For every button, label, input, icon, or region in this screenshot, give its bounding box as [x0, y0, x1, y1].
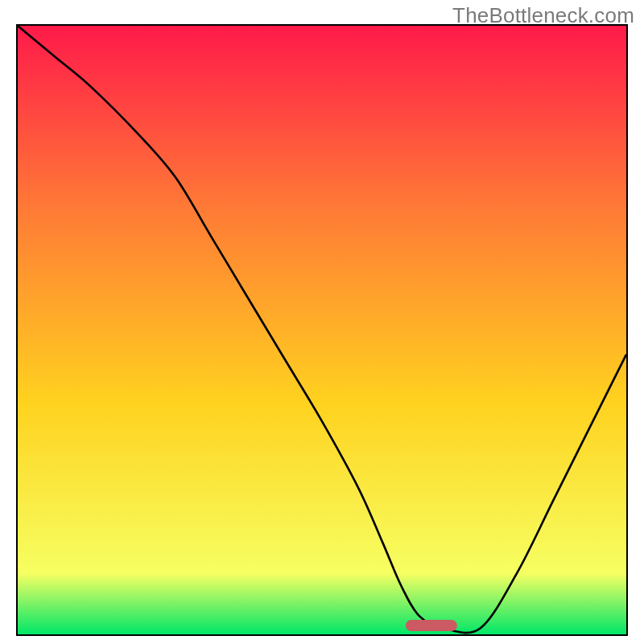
optimal-marker: [406, 620, 457, 631]
plot-area: [16, 24, 628, 636]
chart-stage: TheBottleneck.com: [0, 0, 644, 644]
bottleneck-curve: [18, 26, 626, 634]
